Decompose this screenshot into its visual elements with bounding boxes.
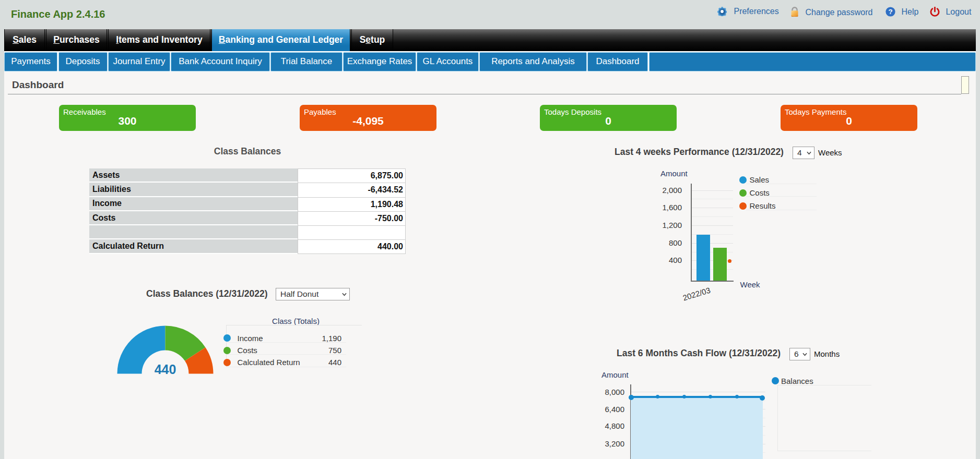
svg-text:?: ? — [888, 8, 892, 16]
